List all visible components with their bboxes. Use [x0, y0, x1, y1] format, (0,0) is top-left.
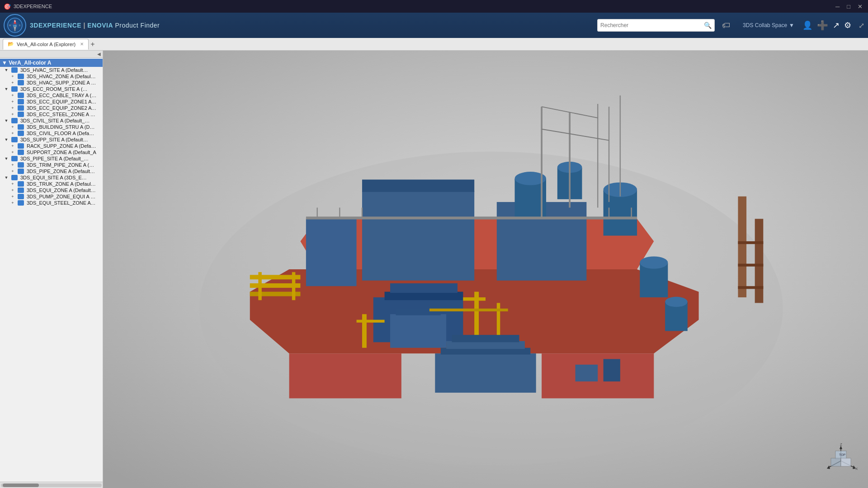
tree-expand-icon[interactable]: +: [10, 105, 15, 111]
tree-item[interactable]: +3DS_HVAC_SUPP_ZONE A (De: [0, 80, 103, 86]
tab-label: VerA_All-color A (Explorer): [17, 42, 75, 47]
app-icon: 🎯: [4, 3, 11, 10]
tree-expand-icon[interactable]: +: [10, 200, 15, 206]
tree-item-label: 3DS_EQUI_ZONE A (Default_A: [27, 188, 97, 193]
tree-expand-icon[interactable]: +: [10, 74, 15, 79]
tree-expand-icon[interactable]: +: [10, 80, 15, 85]
svg-rect-40: [429, 309, 508, 311]
tree-item[interactable]: +3DS_EQUI_ZONE A (Default_A: [0, 187, 103, 193]
tree-item[interactable]: ▼3DS_EQUI_SITE A (3DS_EQUI_SITE: [0, 174, 103, 181]
tree-expand-icon[interactable]: ▼: [4, 67, 9, 73]
tree-expand-icon[interactable]: +: [10, 131, 15, 136]
search-input[interactable]: [600, 22, 704, 28]
tree-node-icon: [18, 169, 24, 174]
tree-item[interactable]: +3DS_EQUI_STEEL_ZONE A (De: [0, 200, 103, 206]
tree-item-label: 3DS_PUMP_ZONE_EQUI A (De: [27, 194, 97, 199]
viewport-canvas[interactable]: Z X TOP: [103, 51, 868, 488]
close-button[interactable]: ✕: [856, 3, 864, 10]
tree-item[interactable]: +3DS_CIVIL_FLOOR A (Default_: [0, 130, 103, 136]
svg-rect-35: [665, 303, 688, 331]
add-icon[interactable]: ➕: [817, 20, 828, 31]
tree-expand-icon[interactable]: ▼: [4, 175, 9, 180]
tree-item-label: 3DS_PIPE_SITE A (Default_473530: [20, 156, 90, 161]
tree-expand-icon[interactable]: +: [10, 124, 15, 130]
nav-cube[interactable]: Z X TOP: [823, 443, 859, 479]
tree-expand-icon[interactable]: +: [10, 181, 15, 187]
collab-space[interactable]: 3DS Collab Space ▼: [743, 22, 794, 28]
tree-root-expand[interactable]: ▼: [2, 60, 7, 66]
tree-item-label: 3DS_ECC_ROOM_SITE A (Default_: [20, 86, 90, 92]
tree-item[interactable]: ▼3DS_HVAC_SITE A (Default_47353: [0, 67, 103, 73]
tree-expand-icon[interactable]: +: [10, 169, 15, 174]
tree-expand-icon[interactable]: +: [10, 150, 15, 155]
tree-expand-icon[interactable]: ▼: [4, 86, 9, 92]
settings-icon[interactable]: ⚙: [844, 20, 851, 30]
title-bar: 🎯 3DEXPERIENCE ─ □ ✕: [0, 0, 868, 13]
tree-expand-icon[interactable]: ▼: [4, 137, 9, 142]
tree-expand-icon[interactable]: +: [10, 188, 15, 193]
tree-item[interactable]: +3DS_ECC_CABLE_TRAY A (Defa: [0, 92, 103, 99]
tree-expand-icon[interactable]: +: [10, 194, 15, 199]
tree-node-icon: [11, 86, 18, 92]
search-bar[interactable]: 🔍: [597, 19, 715, 32]
tree-item[interactable]: +3DS_PIPE_ZONE A (Default_A0: [0, 168, 103, 174]
tree-item[interactable]: +3DS_ECC_STEEL_ZONE A (Defa: [0, 111, 103, 117]
user-icon[interactable]: 👤: [802, 20, 812, 30]
share-icon[interactable]: ↗: [833, 20, 840, 30]
tree-item[interactable]: +3DS_HVAC_ZONE A (Default_A: [0, 73, 103, 80]
tree-item-label: SUPPORT_ZONE A (Default_A: [27, 150, 96, 155]
tag-icon[interactable]: 🏷: [722, 21, 730, 30]
tab-close-icon[interactable]: ✕: [80, 42, 84, 47]
svg-rect-19: [390, 283, 458, 293]
compass-widget[interactable]: N S W E VR: [4, 14, 26, 37]
svg-rect-47: [738, 286, 763, 289]
tree-expand-icon[interactable]: +: [10, 99, 15, 104]
tree-item-label: RACK_SUPP_ZONE A (Default_: [27, 143, 97, 149]
expand-viewport-icon[interactable]: ⤢: [859, 21, 864, 30]
tree-container: ▼ VerA_All-color A ▼3DS_HVAC_SITE A (Def…: [0, 58, 103, 482]
tree-item[interactable]: ▼3DS_SUPP_SITE A (Default_47353: [0, 136, 103, 143]
tree-item[interactable]: +3DS_ECC_EQUIP_ZONE2 A (D: [0, 105, 103, 111]
horizontal-scrollbar[interactable]: [0, 482, 103, 488]
tree-item[interactable]: +3DS_BUILDING_STRU A (Defau: [0, 124, 103, 130]
tree-node-icon: [18, 74, 24, 79]
tree-item[interactable]: +3DS_TRIM_PIPE_ZONE A (Defa: [0, 162, 103, 168]
active-tab[interactable]: 📂 VerA_All-color A (Explorer) ✕: [3, 39, 89, 50]
tree-expand-icon[interactable]: ▼: [4, 118, 9, 123]
tree-expand-icon[interactable]: +: [10, 162, 15, 168]
tree-root[interactable]: ▼ VerA_All-color A: [0, 59, 103, 67]
tree-item[interactable]: +3DS_ECC_EQUIP_ZONE1 A (De: [0, 99, 103, 105]
svg-rect-14: [362, 179, 474, 192]
tree-node-icon: [18, 124, 24, 130]
tree-expand-icon[interactable]: ▼: [4, 156, 9, 161]
svg-text:W: W: [9, 24, 11, 27]
tree-item[interactable]: +SUPPORT_ZONE A (Default_A: [0, 149, 103, 155]
svg-rect-65: [292, 272, 295, 300]
viewport[interactable]: Z X TOP: [103, 51, 868, 488]
tree-item[interactable]: +3DS_TRUK_ZONE A (Default_A: [0, 181, 103, 187]
tree-item[interactable]: +3DS_PUMP_ZONE_EQUI A (De: [0, 193, 103, 200]
maximize-button[interactable]: □: [845, 3, 852, 10]
tree-item[interactable]: +RACK_SUPP_ZONE A (Default_: [0, 143, 103, 149]
tree-item[interactable]: ▼3DS_CIVIL_SITE A (Default_47353: [0, 117, 103, 124]
svg-rect-66: [435, 353, 536, 393]
tree-item[interactable]: ▼3DS_PIPE_SITE A (Default_473530: [0, 155, 103, 162]
tree-node-icon: [18, 143, 24, 149]
tree-expand-icon[interactable]: +: [10, 93, 15, 98]
add-tab-button[interactable]: +: [90, 40, 94, 48]
tree-node-icon: [18, 99, 24, 104]
tree-item-label: 3DS_ECC_CABLE_TRAY A (Defa: [27, 93, 97, 98]
panel-collapse-icon[interactable]: ◀: [97, 52, 101, 56]
scroll-thumb[interactable]: [3, 483, 39, 487]
svg-text:N: N: [14, 20, 16, 23]
minimize-button[interactable]: ─: [834, 3, 841, 10]
tree-node-icon: [18, 162, 24, 168]
tree-expand-icon[interactable]: +: [10, 143, 15, 149]
svg-rect-43: [738, 197, 746, 297]
tree-item-label: 3DS_HVAC_SITE A (Default_47353: [20, 67, 90, 73]
tree-expand-icon[interactable]: +: [10, 112, 15, 117]
search-icon[interactable]: 🔍: [704, 22, 712, 29]
svg-rect-38: [463, 297, 486, 300]
tree-item[interactable]: ▼3DS_ECC_ROOM_SITE A (Default_: [0, 86, 103, 92]
tree-node-icon: [11, 118, 18, 123]
